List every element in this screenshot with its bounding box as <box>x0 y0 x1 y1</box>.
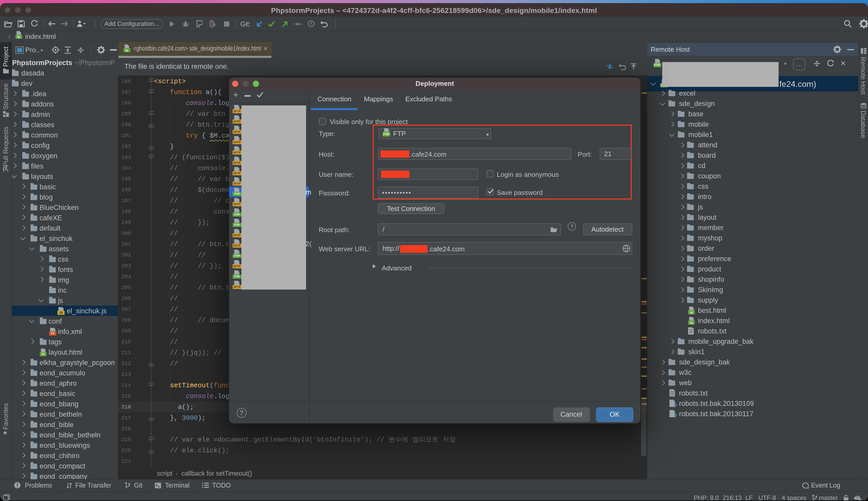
svg-text:?: ? <box>856 495 858 499</box>
